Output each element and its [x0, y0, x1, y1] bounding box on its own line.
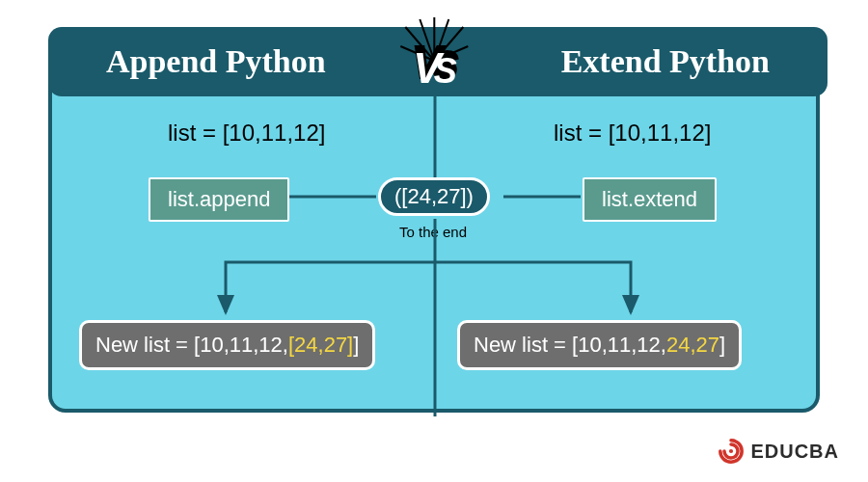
argument-pill: ([24,27]) — [378, 177, 490, 216]
left-result-box: New list = [10,11,12,[24,27]] — [79, 320, 375, 370]
right-method-box: list.extend — [583, 177, 717, 222]
left-method-box: list.append — [149, 177, 289, 222]
left-result-suffix: ] — [353, 333, 359, 357]
right-result-prefix: New list = [10,11,12, — [474, 333, 666, 357]
title-right: Extend Python — [561, 43, 770, 80]
left-result-highlight: [24,27] — [288, 333, 353, 357]
brand-logo: EDUCBA — [718, 438, 839, 465]
right-list-code: list = [10,11,12] — [554, 120, 711, 147]
vs-text: VS VS — [413, 39, 454, 87]
vs-badge: VS VS — [413, 39, 454, 87]
svg-point-11 — [729, 449, 733, 453]
right-result-highlight: 24,27 — [666, 333, 719, 357]
left-list-code: list = [10,11,12] — [168, 120, 325, 147]
to-end-label: To the end — [399, 224, 467, 240]
swirl-icon — [718, 438, 745, 465]
left-result-prefix: New list = [10,11,12, — [95, 333, 288, 357]
right-result-box: New list = [10,11,12,24,27] — [457, 320, 742, 370]
diagram-frame: Append Python Extend Python VS VS list =… — [48, 27, 820, 413]
right-result-suffix: ] — [719, 333, 725, 357]
brand-name: EDUCBA — [750, 441, 839, 463]
title-left: Append Python — [106, 43, 326, 80]
